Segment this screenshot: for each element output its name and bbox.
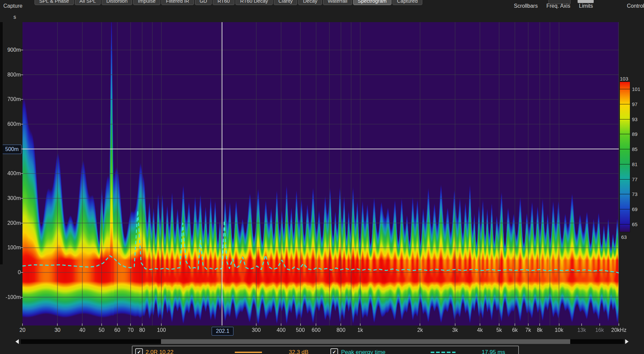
colorbar-label: 101: [632, 86, 640, 92]
tab-gd[interactable]: GD: [195, 0, 212, 5]
y-tick-label: 300m: [3, 195, 21, 201]
x-tick-label: 5k: [496, 327, 502, 333]
legend-value: 17.95 ms: [482, 349, 505, 354]
x-tick-mark: [480, 323, 480, 326]
legend-label[interactable]: 2.0R 10.22: [146, 349, 173, 354]
x-tick-mark: [130, 323, 131, 326]
cutoff-toolbar-button-icon[interactable]: [578, 0, 594, 3]
tab-spectrogram[interactable]: Spectrogram: [353, 0, 391, 5]
x-tick-label: 500: [296, 327, 305, 333]
y-axis-unit-label: s: [13, 14, 16, 20]
x-tick-label: 20: [19, 327, 25, 333]
y-tick-mark: [21, 223, 23, 223]
y-tick-mark: [21, 74, 23, 75]
spectrogram-plot[interactable]: [22, 22, 619, 325]
x-tick-label: 7k: [525, 327, 531, 333]
x-tick-mark: [22, 323, 23, 326]
x-tick-mark: [161, 323, 162, 326]
tab-filtered-ir[interactable]: Filtered IR: [161, 0, 194, 5]
horizontal-scrollbar-thumb[interactable]: [161, 339, 570, 344]
y-tick-mark: [21, 198, 23, 199]
x-tick-mark: [316, 323, 316, 326]
spectrogram-canvas[interactable]: [22, 22, 619, 325]
legend-checkbox[interactable]: ✓: [135, 348, 143, 354]
x-tick-mark: [82, 323, 83, 326]
header-button-freq-axis[interactable]: Freq. Axis: [546, 3, 570, 9]
colorbar-separator: [620, 164, 630, 164]
y-tick-mark: [21, 272, 23, 273]
x-tick-mark: [515, 323, 515, 326]
x-tick-label: 100: [157, 327, 166, 333]
cursor-time-readout: 500m: [2, 145, 21, 154]
x-tick-label: 20kHz: [611, 327, 626, 333]
x-tick-mark: [539, 323, 540, 326]
colorbar-separator: [620, 224, 630, 224]
y-tick-mark: [21, 124, 23, 124]
x-tick-label: 50: [99, 327, 105, 333]
colorbar-separator: [620, 209, 630, 209]
legend-panel: [132, 346, 519, 354]
header-button-controls[interactable]: Controls: [627, 3, 644, 9]
x-tick-mark: [619, 323, 619, 326]
scroll-left-arrow-icon[interactable]: [15, 339, 19, 344]
tab-rt60-decay[interactable]: RT60 Decay: [235, 0, 273, 5]
horizontal-scrollbar: [0, 339, 644, 345]
vertical-scrollbar[interactable]: [0, 22, 3, 264]
colorbar-separator: [620, 194, 630, 194]
x-tick-mark: [117, 323, 118, 326]
x-tick-label: 4k: [477, 327, 483, 333]
x-tick-label: 60: [114, 327, 120, 333]
tab-spl-phase[interactable]: SPL & Phase: [35, 0, 74, 5]
x-tick-label: 300: [252, 327, 261, 333]
tab-impulse[interactable]: Impulse: [133, 0, 160, 5]
x-tick-label: 6k: [512, 327, 518, 333]
x-tick-label: 70: [128, 327, 134, 333]
scroll-right-arrow-icon[interactable]: [625, 339, 629, 344]
colorbar-label: 73: [632, 191, 638, 197]
cursor-frequency-readout: 202.1: [212, 327, 233, 336]
colorbar-label: 69: [632, 206, 638, 212]
x-tick-mark: [300, 323, 301, 326]
x-tick-label: 1k: [357, 327, 363, 333]
x-tick-mark: [142, 323, 143, 326]
header-button-limits[interactable]: Limits: [579, 3, 593, 9]
y-tick-mark: [21, 297, 23, 298]
x-tick-label: 13k: [577, 327, 586, 333]
colorbar-max-label: 103: [620, 76, 628, 82]
x-tick-label: 8k: [537, 327, 543, 333]
x-tick-mark: [528, 323, 529, 326]
colorbar-label: 65: [632, 221, 638, 227]
tab-rt60[interactable]: RT60: [213, 0, 234, 5]
colorbar-separator: [620, 134, 630, 134]
tab-waterfall[interactable]: Waterfall: [323, 0, 352, 5]
tab-distortion[interactable]: Distortion: [102, 0, 132, 5]
x-tick-mark: [101, 323, 102, 326]
tab-captured[interactable]: Captured: [392, 0, 423, 5]
tab-clarity[interactable]: Clarity: [274, 0, 298, 5]
x-tick-mark: [420, 323, 420, 326]
x-tick-mark: [360, 323, 361, 326]
tab-all-spl[interactable]: All SPL: [75, 0, 101, 5]
x-tick-mark: [455, 323, 455, 326]
capture-label: Capture: [3, 3, 22, 9]
y-tick-label: 100m: [3, 245, 21, 251]
legend-label[interactable]: Peak energy time: [341, 349, 385, 354]
y-tick-label: 700m: [3, 96, 21, 102]
x-tick-mark: [581, 323, 582, 326]
x-tick-mark: [340, 323, 341, 326]
legend-checkbox[interactable]: ✓: [330, 348, 338, 354]
colorbar-separator: [620, 179, 630, 180]
colorbar-label: 93: [632, 116, 638, 122]
colorbar-separator: [620, 104, 630, 104]
legend-line-swatch: [235, 352, 262, 353]
colorbar-label: 97: [632, 101, 638, 107]
tab-decay[interactable]: Decay: [298, 0, 322, 5]
colorbar-label: 81: [632, 161, 638, 167]
rew-spectrogram-window: SPL & PhaseAll SPLDistortionImpulseFilte…: [0, 0, 644, 354]
y-tick-label: 900m: [3, 47, 21, 53]
colorbar-separator: [620, 119, 630, 119]
colorbar-label: 77: [632, 176, 638, 182]
x-tick-mark: [599, 323, 600, 326]
colorbar-separator: [620, 149, 630, 149]
header-button-scrollbars[interactable]: Scrollbars: [514, 3, 538, 9]
